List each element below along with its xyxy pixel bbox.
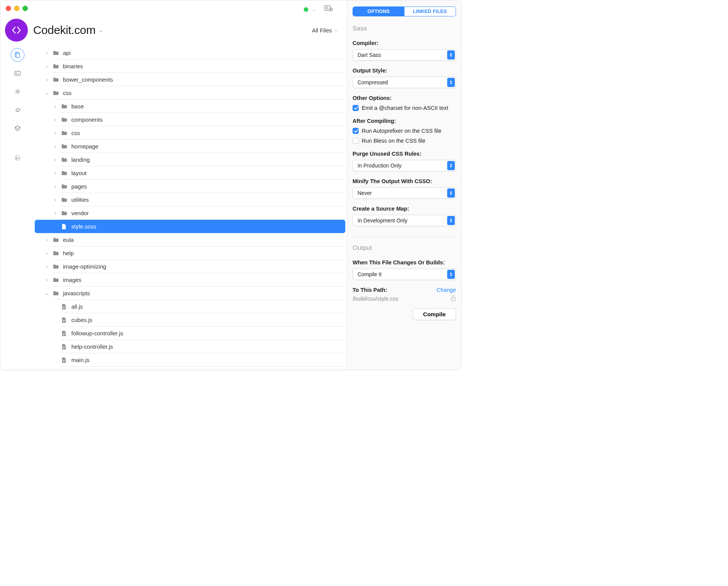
folder-row[interactable]: ›pages — [35, 180, 345, 193]
chevron-down-icon[interactable]: ⌄ — [45, 291, 49, 296]
folder-row[interactable]: ›components — [35, 113, 345, 126]
chevron-down-icon[interactable]: ⌄ — [45, 90, 49, 96]
project-pane: Codekit.com ⌄ All Files ⌄ — [0, 0, 347, 370]
bless-checkbox-row[interactable]: Run Bless on the CSS file — [353, 138, 456, 144]
folder-row[interactable]: ›base — [35, 100, 345, 113]
chevron-right-icon[interactable]: › — [45, 64, 49, 69]
file-row[interactable]: followup-controller.js — [35, 327, 345, 340]
chevron-right-icon[interactable]: › — [53, 117, 58, 122]
tab-linked-files[interactable]: LINKED FILES — [404, 7, 456, 16]
compiler-select[interactable]: Dart Sass — [353, 49, 456, 61]
folder-icon — [60, 104, 68, 109]
svg-rect-25 — [63, 335, 64, 335]
folder-icon — [52, 77, 60, 82]
chevron-right-icon[interactable]: › — [45, 251, 49, 256]
folder-row[interactable]: ›layout — [35, 166, 345, 180]
sidebar-files-button[interactable] — [11, 48, 24, 62]
file-row[interactable]: style.scss — [35, 220, 345, 233]
minify-select[interactable]: Never — [353, 187, 456, 199]
sidebar-terminal-button[interactable] — [11, 66, 24, 80]
server-status-menu[interactable]: ⌄ — [312, 7, 316, 12]
sidebar-packages-button[interactable] — [11, 121, 24, 135]
folder-icon — [52, 64, 60, 69]
chevron-right-icon[interactable]: › — [45, 277, 49, 283]
folder-row[interactable]: ›binaries — [35, 60, 345, 73]
svg-rect-18 — [63, 307, 65, 307]
folder-icon — [60, 184, 68, 189]
folder-row[interactable]: ›landing — [35, 153, 345, 166]
compile-button[interactable]: Compile — [413, 308, 456, 320]
folder-row[interactable]: ›vendor — [35, 206, 345, 220]
tab-options[interactable]: OPTIONS — [353, 7, 404, 16]
file-row[interactable]: all.js — [35, 300, 345, 313]
folder-icon — [60, 130, 68, 136]
chevron-right-icon[interactable]: › — [53, 157, 58, 163]
preview-server-icon[interactable] — [324, 5, 334, 14]
folder-row[interactable]: ›css — [35, 126, 345, 140]
chevron-right-icon[interactable]: › — [45, 50, 49, 56]
output-path-value: /build/css/style.css — [353, 296, 398, 302]
server-status-dot — [304, 7, 308, 12]
autoprefixer-checkbox[interactable] — [353, 128, 359, 134]
chevron-right-icon[interactable]: › — [45, 237, 49, 243]
chevron-right-icon[interactable]: › — [45, 77, 49, 82]
sidebar-sync-button[interactable] — [11, 103, 24, 117]
file-row[interactable]: help-controller.js — [35, 340, 345, 353]
output-style-select[interactable]: Compressed — [353, 77, 456, 88]
folder-row[interactable]: ›api — [35, 46, 345, 60]
chevron-right-icon[interactable]: › — [53, 144, 58, 149]
sidebar-history-button[interactable] — [11, 151, 24, 165]
file-filter-dropdown[interactable]: All Files ⌄ — [312, 27, 338, 34]
project-logo — [5, 19, 28, 42]
file-icon — [60, 317, 68, 323]
minimize-window-button[interactable] — [14, 6, 19, 11]
chevron-right-icon[interactable]: › — [53, 171, 58, 176]
file-row[interactable]: cubes.js — [35, 313, 345, 327]
chevron-right-icon[interactable]: › — [53, 184, 58, 189]
chevron-down-icon: ⌄ — [334, 28, 338, 33]
charset-checkbox-row[interactable]: Emit a @charset for non-ASCII text — [353, 105, 456, 111]
folder-row[interactable]: ›eula — [35, 233, 345, 246]
svg-rect-26 — [63, 346, 65, 347]
svg-rect-6 — [16, 53, 19, 58]
sidebar-settings-button[interactable] — [11, 85, 24, 98]
project-title[interactable]: Codekit.com — [33, 24, 95, 37]
file-list[interactable]: ›api›binaries›bower_components⌄css›base›… — [35, 46, 347, 370]
folder-row[interactable]: ›image-optimizing — [35, 260, 345, 273]
chevron-right-icon[interactable]: › — [53, 104, 58, 109]
chevron-right-icon[interactable]: › — [53, 211, 58, 216]
item-name: components — [71, 116, 103, 123]
when-changes-select[interactable]: Compile It — [353, 269, 456, 280]
autoprefixer-checkbox-label: Run Autoprefixer on the CSS file — [362, 128, 441, 134]
chevron-right-icon[interactable]: › — [53, 197, 58, 203]
folder-row[interactable]: ›utilities — [35, 193, 345, 206]
bless-checkbox-label: Run Bless on the CSS file — [362, 138, 425, 144]
close-window-button[interactable] — [6, 6, 11, 11]
folder-row[interactable]: ›bower_components — [35, 73, 345, 86]
chevron-right-icon[interactable]: › — [45, 264, 49, 269]
toolbar-status: ⌄ — [304, 5, 334, 14]
folder-row[interactable]: ›help — [35, 246, 345, 260]
charset-checkbox[interactable] — [353, 105, 359, 111]
sourcemap-select[interactable]: In Development Only — [353, 215, 456, 226]
file-row[interactable]: main.js — [35, 353, 345, 367]
zoom-window-button[interactable] — [23, 6, 28, 11]
autoprefixer-checkbox-row[interactable]: Run Autoprefixer on the CSS file — [353, 128, 456, 134]
folder-icon — [52, 90, 60, 96]
svg-rect-24 — [63, 334, 65, 334]
nav-sidebar — [0, 46, 35, 370]
purge-select[interactable]: In Production Only — [353, 160, 456, 171]
item-name: bower_components — [63, 76, 113, 83]
project-menu-caret[interactable]: ⌄ — [98, 27, 103, 33]
folder-row[interactable]: ⌄css — [35, 86, 345, 100]
folder-row[interactable]: ›homepage — [35, 140, 345, 153]
bless-checkbox[interactable] — [353, 138, 359, 144]
when-changes-value: Compile It — [358, 271, 382, 277]
change-path-link[interactable]: Change — [436, 287, 456, 293]
chevron-right-icon[interactable]: › — [53, 130, 58, 136]
inspector-panel: OPTIONS LINKED FILES Sass Compiler: Dart… — [347, 0, 461, 370]
folder-row[interactable]: ⌄javascripts — [35, 287, 345, 300]
unlock-icon[interactable] — [451, 295, 456, 302]
compiler-label: Compiler: — [353, 40, 456, 46]
folder-row[interactable]: ›images — [35, 273, 345, 287]
